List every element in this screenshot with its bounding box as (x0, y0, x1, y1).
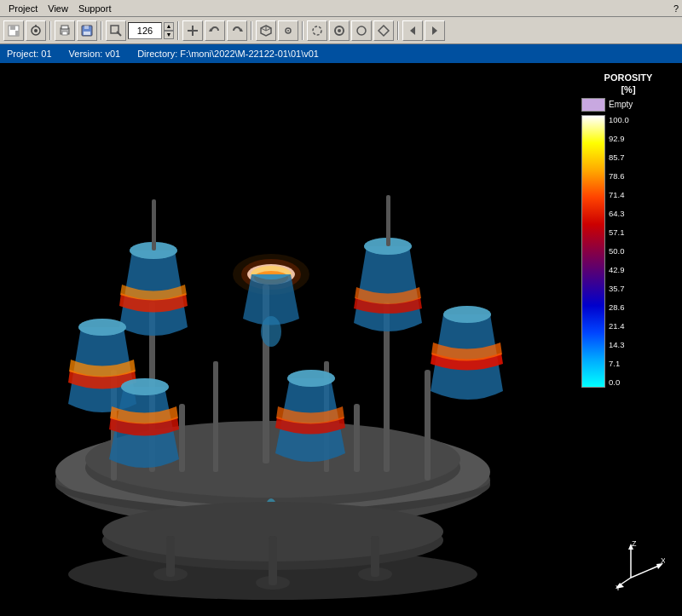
axes-svg: Z X Y (614, 539, 665, 590)
spin-down-button[interactable]: ▼ (164, 31, 174, 39)
menu-project[interactable]: Project (3, 3, 43, 14)
scene-3d[interactable] (0, 63, 580, 616)
scale-label-9: 35.7 (609, 284, 629, 293)
toolbar-separator-4 (251, 21, 252, 40)
svg-rect-10 (84, 26, 89, 29)
scale-label-4: 71.4 (609, 190, 629, 199)
scale-label-3: 78.6 (609, 171, 629, 181)
menu-view[interactable]: View (43, 3, 73, 14)
directory-label: Directory: F:\moni\2022\M-22122-01\01\v0… (137, 49, 319, 59)
toolbar-btn-rotate-right[interactable] (227, 20, 247, 41)
scale-label-1: 92.9 (609, 134, 629, 143)
toolbar-separator-2 (101, 21, 102, 40)
toolbar-btn-diamond[interactable] (373, 20, 394, 41)
scale-label-14: 0.0 (609, 377, 629, 387)
scale-label-8: 42.9 (609, 265, 629, 274)
toolbar-btn-next[interactable] (425, 20, 445, 41)
legend-empty-label: Empty (609, 100, 633, 109)
toolbar: 126 ▲ ▼ (0, 17, 682, 44)
svg-rect-56 (386, 195, 390, 246)
scale-label-7: 50.0 (609, 246, 629, 256)
svg-line-20 (261, 28, 266, 31)
svg-text:Y: Y (616, 584, 621, 590)
menu-support[interactable]: Support (73, 3, 117, 14)
toolbar-btn-circle-dash[interactable] (307, 20, 327, 41)
svg-rect-8 (62, 32, 67, 35)
toolbar-separator-6 (397, 21, 399, 40)
toolbar-separator-5 (302, 21, 303, 40)
toolbar-btn-plus[interactable] (182, 20, 203, 41)
svg-marker-29 (410, 26, 415, 35)
svg-rect-2 (15, 31, 19, 36)
svg-point-23 (287, 30, 289, 32)
toolbar-btn-prev[interactable] (402, 20, 423, 41)
svg-rect-7 (61, 26, 68, 29)
viewport-3d[interactable]: POROSITY[%] Empty 100.0 92.9 85.7 78.6 7… (0, 63, 682, 616)
toolbar-btn-rotate-left[interactable] (205, 20, 225, 41)
svg-line-76 (631, 565, 661, 578)
toolbar-btn-new[interactable] (3, 20, 24, 41)
svg-rect-1 (10, 26, 15, 30)
spin-up-button[interactable]: ▲ (164, 22, 174, 31)
toolbar-btn-big-circle[interactable] (329, 20, 350, 41)
scale-label-0: 100.0 (609, 115, 629, 124)
scale-label-2: 85.7 (609, 153, 629, 162)
spin-input[interactable]: 126 (128, 22, 162, 39)
toolbar-separator-1 (49, 21, 51, 40)
svg-rect-11 (84, 32, 90, 35)
svg-point-50 (261, 316, 281, 347)
scale-label-5: 64.3 (609, 209, 629, 218)
toolbar-btn-print[interactable] (55, 20, 75, 41)
svg-rect-53 (152, 199, 156, 250)
color-scale: 100.0 92.9 85.7 78.6 71.4 64.3 57.1 50.0… (581, 115, 675, 388)
scale-labels: 100.0 92.9 85.7 78.6 71.4 64.3 57.1 50.0… (609, 115, 629, 388)
svg-point-64 (287, 370, 335, 387)
menu-help[interactable]: ? (673, 3, 679, 14)
svg-marker-28 (379, 26, 389, 36)
svg-point-58 (78, 319, 126, 336)
legend-title: POROSITY[%] (581, 72, 675, 96)
svg-rect-72 (269, 536, 277, 585)
coordinate-axes: Z X Y (614, 539, 665, 590)
svg-rect-71 (166, 536, 175, 577)
svg-line-21 (266, 28, 271, 31)
legend-empty-swatch (581, 98, 605, 112)
status-bar: Project: 01 Version: v01 Directory: F:\m… (0, 44, 682, 63)
spin-buttons: ▲ ▼ (164, 22, 174, 39)
toolbar-btn-settings[interactable] (278, 20, 298, 41)
svg-point-62 (121, 378, 169, 395)
svg-rect-73 (371, 536, 379, 577)
svg-rect-41 (179, 404, 185, 472)
svg-rect-42 (354, 404, 360, 472)
scale-label-12: 14.3 (609, 340, 629, 349)
svg-point-60 (443, 306, 491, 323)
menu-bar: Project View Support ? (0, 0, 682, 17)
toolbar-btn-cube[interactable] (256, 20, 276, 41)
version-label: Version: v01 (69, 49, 121, 59)
scale-label-13: 7.1 (609, 359, 629, 368)
svg-rect-43 (213, 361, 218, 472)
svg-rect-40 (425, 370, 431, 481)
project-label: Project: 01 (7, 49, 52, 59)
scale-label-10: 28.6 (609, 302, 629, 312)
svg-point-4 (34, 29, 38, 32)
toolbar-btn-circle[interactable] (351, 20, 372, 41)
svg-text:Z: Z (632, 539, 637, 548)
svg-point-26 (338, 29, 341, 32)
scale-label-6: 57.1 (609, 227, 629, 237)
scale-label-11: 21.4 (609, 321, 629, 331)
gradient-bar (581, 115, 605, 388)
toolbar-btn-open[interactable] (26, 20, 46, 41)
toolbar-btn-zoom-box[interactable] (106, 20, 126, 41)
svg-text:X: X (661, 556, 665, 565)
color-legend: POROSITY[%] Empty 100.0 92.9 85.7 78.6 7… (581, 72, 675, 388)
legend-empty-row: Empty (581, 98, 675, 112)
toolbar-separator-3 (177, 21, 179, 40)
svg-point-24 (313, 26, 321, 35)
toolbar-btn-save[interactable] (77, 20, 97, 41)
svg-marker-30 (432, 26, 437, 35)
svg-point-27 (357, 26, 366, 35)
